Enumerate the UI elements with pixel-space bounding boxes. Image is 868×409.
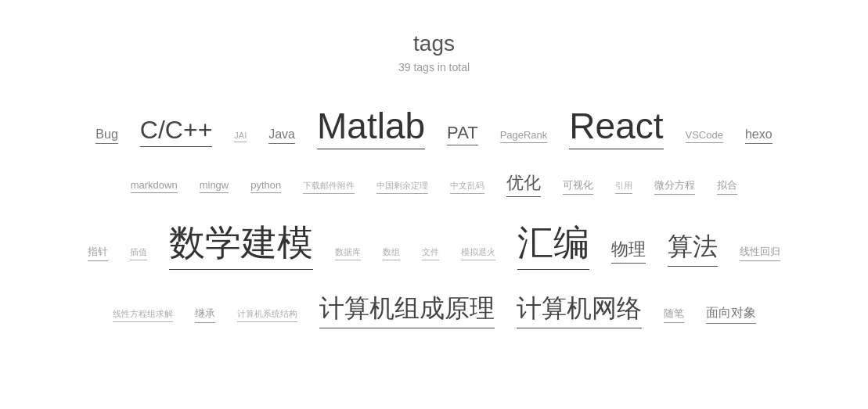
tag-引用[interactable]: 引用: [615, 180, 632, 194]
tags-container: BugC/C++JAIJavaMatlabPATPageRankReactVSC…: [47, 97, 821, 343]
tag-文件[interactable]: 文件: [422, 246, 439, 260]
tag-Java[interactable]: Java: [268, 127, 295, 144]
tag-计算机组成原理[interactable]: 计算机组成原理: [319, 292, 495, 328]
tag-VSCode[interactable]: VSCode: [686, 129, 723, 143]
tags-row-1: markdownmingwpython下载邮件附件中国剩余定理中文乱码优化可视化…: [47, 163, 821, 205]
tag-中国剩余定理[interactable]: 中国剩余定理: [376, 180, 428, 194]
tag-markdown[interactable]: markdown: [131, 179, 178, 193]
tag-Bug[interactable]: Bug: [95, 127, 117, 144]
tag-C/C++[interactable]: C/C++: [140, 116, 212, 147]
tag-Matlab[interactable]: Matlab: [317, 105, 425, 149]
tags-row-2: 指针插值数学建模数据库数组文件模拟退火汇编物理算法线性回归: [47, 211, 821, 278]
page-title: tags: [398, 31, 470, 56]
tag-React[interactable]: React: [569, 105, 663, 149]
tag-JAI[interactable]: JAI: [234, 131, 247, 142]
tag-数据库[interactable]: 数据库: [335, 246, 361, 260]
tag-拟合[interactable]: 拟合: [717, 178, 737, 195]
tag-可视化[interactable]: 可视化: [563, 178, 593, 195]
tag-线性方程组求解[interactable]: 线性方程组求解: [113, 308, 173, 322]
tag-汇编[interactable]: 汇编: [517, 219, 589, 270]
tag-hexo[interactable]: hexo: [745, 127, 773, 144]
tag-数组[interactable]: 数组: [383, 246, 400, 260]
tag-插值[interactable]: 插值: [130, 246, 147, 260]
tag-模拟退火[interactable]: 模拟退火: [461, 246, 495, 260]
tag-算法[interactable]: 算法: [668, 230, 718, 267]
tag-计算机网络[interactable]: 计算机网络: [517, 292, 642, 328]
tag-下载邮件附件[interactable]: 下载邮件附件: [303, 180, 355, 194]
tag-PAT[interactable]: PAT: [447, 123, 478, 145]
tag-随笔[interactable]: 随笔: [664, 307, 684, 323]
tag-python[interactable]: python: [250, 179, 281, 193]
page-subtitle: 39 tags in total: [398, 61, 470, 74]
tag-优化[interactable]: 优化: [506, 171, 541, 197]
tag-PageRank[interactable]: PageRank: [500, 129, 548, 143]
tag-面向对象[interactable]: 面向对象: [706, 305, 756, 324]
tag-中文乱码[interactable]: 中文乱码: [450, 180, 484, 194]
tag-计算机系统结构[interactable]: 计算机系统结构: [237, 308, 297, 322]
tag-指针[interactable]: 指针: [88, 245, 108, 261]
tag-mingw[interactable]: mingw: [200, 179, 229, 193]
tag-物理[interactable]: 物理: [611, 238, 646, 264]
tags-row-3: 线性方程组求解继承计算机系统结构计算机组成原理计算机网络随笔面向对象: [47, 284, 821, 336]
tags-row-0: BugC/C++JAIJavaMatlabPATPageRankReactVSC…: [47, 97, 821, 157]
tag-继承[interactable]: 继承: [195, 307, 215, 323]
tag-数学建模[interactable]: 数学建模: [169, 219, 313, 270]
tag-微分方程[interactable]: 微分方程: [654, 178, 695, 195]
page-header: tags 39 tags in total: [398, 31, 470, 74]
tag-线性回归[interactable]: 线性回归: [740, 245, 780, 261]
